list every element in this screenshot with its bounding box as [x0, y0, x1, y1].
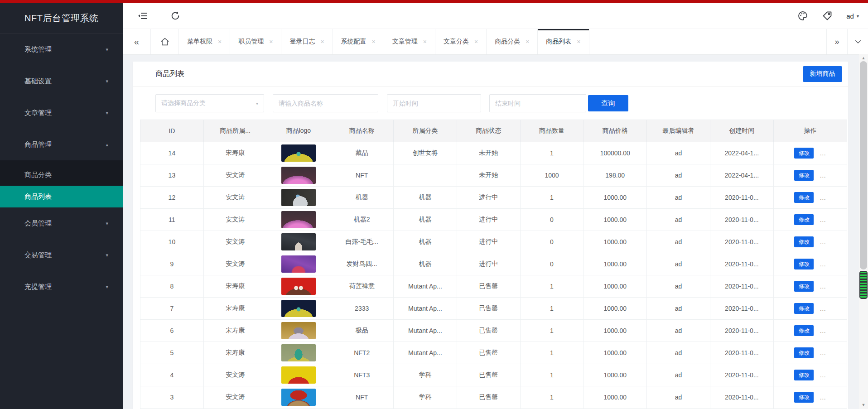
cell-logo — [267, 320, 330, 342]
cell-logo — [267, 187, 330, 209]
more-actions-icon[interactable]: … — [820, 327, 826, 334]
scrollbar-green-thumb[interactable] — [859, 271, 868, 299]
edit-button[interactable]: 修改 — [794, 192, 814, 203]
tab-list: 菜单权限 × 职员管理 × 登录日志 × 系统配置 × 文章管理 × 文章分类 … — [179, 29, 589, 54]
end-time-input[interactable] — [489, 94, 586, 112]
edit-button[interactable]: 修改 — [794, 281, 814, 292]
cell-actions: 修改 … — [773, 320, 847, 342]
edit-button[interactable]: 修改 — [794, 347, 814, 358]
tab-2[interactable]: 登录日志 × — [281, 29, 333, 54]
cell-editor: ad — [647, 142, 710, 164]
tab-7[interactable]: 商品列表 × — [538, 29, 589, 54]
sidebar-subitem-1[interactable]: 商品列表 — [0, 186, 123, 207]
cell-name: 机器2 — [330, 209, 394, 231]
product-logo-image — [281, 278, 316, 295]
cell-quantity: 1000 — [520, 164, 583, 187]
sidebar-subitem-label: 商品列表 — [24, 192, 52, 201]
cell-logo — [267, 275, 330, 298]
home-tab-button[interactable] — [151, 29, 179, 54]
add-product-button[interactable]: 新增商品 — [803, 66, 842, 82]
theme-palette-icon[interactable] — [796, 10, 809, 22]
tab-close-icon[interactable]: × — [526, 38, 529, 45]
more-actions-icon[interactable]: … — [820, 394, 826, 401]
page-title: 商品列表 — [155, 69, 184, 79]
more-actions-icon[interactable]: … — [820, 305, 826, 312]
tag-icon[interactable] — [821, 10, 834, 22]
scrollbar-thumb[interactable] — [860, 61, 867, 269]
more-actions-icon[interactable]: … — [820, 283, 826, 290]
product-logo-image — [281, 211, 316, 228]
tab-close-icon[interactable]: × — [269, 38, 273, 45]
tab-close-icon[interactable]: × — [423, 38, 427, 45]
more-actions-icon[interactable]: … — [820, 371, 826, 379]
table-row: 9 安文涛 发财鸟四... 机器 进行中 0 1000.00 ad 2020-1… — [140, 253, 847, 275]
cell-editor: ad — [647, 342, 710, 364]
status-badge: 已售罄 — [457, 298, 520, 320]
tab-close-icon[interactable]: × — [218, 38, 222, 45]
cell-id: 9 — [140, 253, 204, 275]
edit-button[interactable]: 修改 — [794, 214, 814, 225]
more-actions-icon[interactable]: … — [820, 349, 826, 356]
column-header-1: 商品所属... — [203, 120, 267, 142]
more-actions-icon[interactable]: … — [820, 260, 826, 268]
user-caret-icon: ▾ — [857, 14, 859, 19]
more-actions-icon[interactable]: … — [820, 216, 826, 223]
edit-button[interactable]: 修改 — [794, 325, 814, 336]
scrollbar-down-arrow-icon[interactable]: ▼ — [859, 403, 868, 407]
scrollbar-up-arrow-icon[interactable]: ▲ — [859, 56, 868, 60]
edit-button[interactable]: 修改 — [794, 392, 814, 403]
sidebar-item-6[interactable]: 充提管理 ▾ — [0, 271, 123, 303]
column-header-0: ID — [140, 120, 204, 142]
tab-close-icon[interactable]: × — [320, 38, 324, 45]
sidebar-subitem-0[interactable]: 商品分类 — [0, 164, 123, 186]
table-row: 5 宋寿康 NFT2 Mutant Ap... 已售罄 1 1000.00 ad… — [140, 342, 847, 364]
tab-close-icon[interactable]: × — [474, 38, 478, 45]
cell-id: 11 — [140, 209, 204, 231]
tab-close-icon[interactable]: × — [372, 38, 376, 45]
tab-1[interactable]: 职员管理 × — [230, 29, 281, 54]
edit-button[interactable]: 修改 — [794, 148, 814, 159]
more-actions-icon[interactable]: … — [820, 172, 826, 179]
category-select[interactable]: 请选择商品分类 ▾ — [155, 94, 264, 112]
tab-3[interactable]: 系统配置 × — [333, 29, 384, 54]
cell-id: 12 — [140, 187, 204, 209]
top-red-strip — [0, 0, 868, 3]
cell-logo — [267, 364, 330, 386]
sidebar-item-label: 会员管理 — [24, 219, 106, 228]
more-actions-icon[interactable]: … — [820, 149, 826, 157]
edit-button[interactable]: 修改 — [794, 170, 814, 181]
product-name-input[interactable] — [273, 94, 378, 112]
sidebar-item-3[interactable]: 商品管理 ▴ — [0, 129, 123, 160]
more-actions-icon[interactable]: … — [820, 194, 826, 201]
more-actions-icon[interactable]: … — [820, 238, 826, 245]
edit-button[interactable]: 修改 — [794, 303, 814, 314]
user-menu[interactable]: ad ▾ — [846, 12, 859, 20]
tab-0[interactable]: 菜单权限 × — [179, 29, 230, 54]
cell-actions: 修改 … — [773, 187, 847, 209]
tabs-dropdown-button[interactable] — [847, 29, 868, 54]
sidebar-caret-icon: ▾ — [106, 252, 108, 258]
sidebar-item-2[interactable]: 文章管理 ▾ — [0, 97, 123, 129]
cell-quantity: 0 — [520, 231, 583, 253]
edit-button[interactable]: 修改 — [794, 259, 814, 269]
tab-4[interactable]: 文章管理 × — [384, 29, 435, 54]
sidebar-item-5[interactable]: 交易管理 ▾ — [0, 239, 123, 271]
edit-button[interactable]: 修改 — [794, 370, 814, 380]
tabs-scroll-left-button[interactable]: « — [123, 29, 151, 54]
search-button[interactable]: 查询 — [588, 95, 628, 111]
refresh-icon[interactable] — [169, 10, 182, 22]
cell-id: 10 — [140, 231, 204, 253]
sidebar-item-0[interactable]: 系统管理 ▾ — [0, 34, 123, 65]
cell-actions: 修改 … — [773, 142, 847, 164]
edit-button[interactable]: 修改 — [794, 236, 814, 247]
sidebar-item-1[interactable]: 基础设置 ▾ — [0, 65, 123, 97]
sidebar-item-label: 系统管理 — [24, 45, 106, 54]
tab-5[interactable]: 文章分类 × — [435, 29, 487, 54]
sidebar-item-4[interactable]: 会员管理 ▾ — [0, 207, 123, 239]
cell-category: 创世女将 — [394, 142, 457, 164]
tab-6[interactable]: 商品分类 × — [487, 29, 538, 54]
start-time-input[interactable] — [387, 94, 481, 112]
tabs-scroll-right-button[interactable]: » — [826, 29, 847, 54]
sidebar-collapse-icon[interactable] — [136, 10, 149, 22]
tab-close-icon[interactable]: × — [577, 38, 580, 45]
